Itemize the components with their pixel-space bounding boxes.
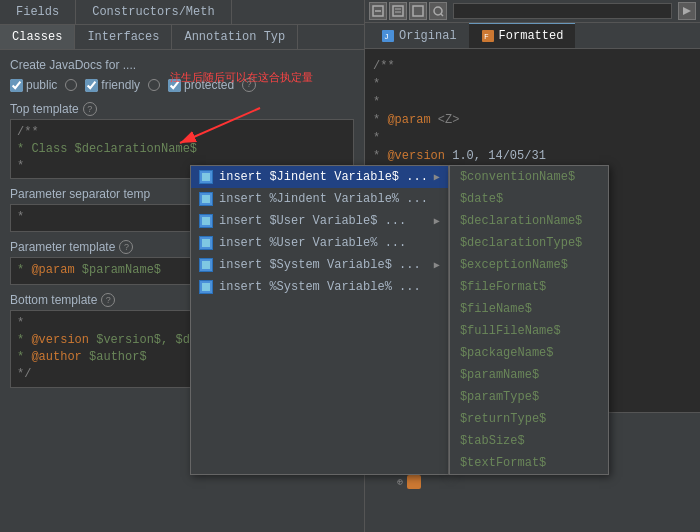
submenu-item-10[interactable]: $paramName$ bbox=[450, 364, 608, 386]
submenu-item-8[interactable]: $fullFileName$ bbox=[450, 320, 608, 342]
checkboxes-row: public friendly protected ? bbox=[10, 78, 354, 92]
tab-fields[interactable]: Fields bbox=[0, 0, 76, 24]
svg-rect-7 bbox=[413, 6, 423, 16]
tab-original-label: Original bbox=[399, 29, 457, 43]
dropdown-overlay: insert $Jindent Variable$ ... ▶ insert %… bbox=[190, 165, 609, 475]
tab-annotation-type[interactable]: Annotation Typ bbox=[172, 25, 298, 49]
dropdown-label-6: insert %System Variable% ... bbox=[219, 280, 421, 294]
dropdown-item-4[interactable]: insert %User Variable% ... bbox=[191, 232, 448, 254]
checkbox-protected[interactable]: protected bbox=[168, 78, 234, 92]
dropdown-label-4: insert %User Variable% ... bbox=[219, 236, 406, 250]
code-line-5: * bbox=[373, 129, 692, 147]
bottom-template-help-icon[interactable]: ? bbox=[101, 293, 115, 307]
section-title: Create JavaDocs for .... bbox=[10, 58, 354, 72]
help-icon[interactable]: ? bbox=[242, 78, 256, 92]
checkbox-protected-input[interactable] bbox=[168, 79, 181, 92]
top-template-help-icon[interactable]: ? bbox=[83, 102, 97, 116]
checkbox-public-label: public bbox=[26, 78, 57, 92]
dropdown-item-5[interactable]: insert $System Variable$ ... ▶ bbox=[191, 254, 448, 276]
submenu-item-13[interactable]: $tabSize$ bbox=[450, 430, 608, 452]
checkbox-protected-label: protected bbox=[184, 78, 234, 92]
svg-line-9 bbox=[441, 14, 443, 16]
svg-marker-10 bbox=[683, 7, 691, 15]
code-line-6: * @version 1.0, 14/05/31 bbox=[373, 147, 692, 165]
dropdown-item-6[interactable]: insert %System Variable% ... bbox=[191, 276, 448, 298]
menu-icon-5 bbox=[199, 258, 213, 272]
submenu-item-3[interactable]: $declarationName$ bbox=[450, 210, 608, 232]
top-template-label-text: Top template bbox=[10, 102, 79, 116]
submenu-item-11[interactable]: $paramType$ bbox=[450, 386, 608, 408]
submenu: $conventionName$ $date$ $declarationName… bbox=[449, 165, 609, 475]
submenu-item-12[interactable]: $returnType$ bbox=[450, 408, 608, 430]
dropdown-item-2[interactable]: insert %Jindent Variable% ... bbox=[191, 188, 448, 210]
submenu-item-5[interactable]: $exceptionName$ bbox=[450, 254, 608, 276]
param-sep-label-text: Parameter separator temp bbox=[10, 187, 150, 201]
submenu-item-14[interactable]: $textFormat$ bbox=[450, 452, 608, 474]
tab-interfaces[interactable]: Interfaces bbox=[75, 25, 172, 49]
submenu-item-7[interactable]: $fileName$ bbox=[450, 298, 608, 320]
tree-icon-orange-2 bbox=[407, 475, 421, 489]
checkbox-public-input[interactable] bbox=[10, 79, 23, 92]
dropdown-menu: insert $Jindent Variable$ ... ▶ insert %… bbox=[190, 165, 449, 475]
toolbar-btn-1[interactable] bbox=[369, 2, 387, 20]
dropdown-label-2: insert %Jindent Variable% ... bbox=[219, 192, 428, 206]
error-icon-2: ⊕ bbox=[397, 476, 403, 488]
code-line-2: * bbox=[373, 75, 692, 93]
dropdown-label-5: insert $System Variable$ ... bbox=[219, 258, 421, 272]
bottom-template-label-text: Bottom template bbox=[10, 293, 97, 307]
submenu-item-2[interactable]: $date$ bbox=[450, 188, 608, 210]
second-tabs: Classes Interfaces Annotation Typ bbox=[0, 25, 364, 50]
param-template-help-icon[interactable]: ? bbox=[119, 240, 133, 254]
top-template-label: Top template ? bbox=[10, 102, 354, 116]
top-tabs: Fields Constructors/Meth bbox=[0, 0, 364, 25]
menu-icon-4 bbox=[199, 236, 213, 250]
radio-dot-2 bbox=[148, 79, 160, 91]
search-bar[interactable] bbox=[453, 3, 672, 19]
toolbar-btn-2[interactable] bbox=[389, 2, 407, 20]
tab-formatted-label: Formatted bbox=[499, 29, 564, 43]
toolbar-btn-3[interactable] bbox=[409, 2, 427, 20]
checkbox-friendly[interactable]: friendly bbox=[85, 78, 140, 92]
svg-text:F: F bbox=[484, 32, 489, 41]
dropdown-item-3[interactable]: insert $User Variable$ ... ▶ bbox=[191, 210, 448, 232]
submenu-item-6[interactable]: $fileFormat$ bbox=[450, 276, 608, 298]
toolbar-btn-5[interactable] bbox=[678, 2, 696, 20]
menu-icon-1 bbox=[199, 170, 213, 184]
menu-icon-6 bbox=[199, 280, 213, 294]
menu-icon-2 bbox=[199, 192, 213, 206]
tab-formatted[interactable]: F Formatted bbox=[469, 23, 576, 48]
svg-rect-4 bbox=[393, 6, 403, 16]
toolbar bbox=[365, 0, 700, 23]
param-template-label-text: Parameter template bbox=[10, 240, 115, 254]
svg-text:J: J bbox=[384, 32, 389, 41]
top-template-line2: * Class $declarationName$ bbox=[17, 141, 347, 158]
arrow-right-1: ▶ bbox=[434, 171, 440, 183]
checkbox-public[interactable]: public bbox=[10, 78, 57, 92]
dropdown-label-1: insert $Jindent Variable$ ... bbox=[219, 170, 428, 184]
tab-constructors[interactable]: Constructors/Meth bbox=[76, 0, 231, 24]
menu-icon-3 bbox=[199, 214, 213, 228]
dropdown-item-1[interactable]: insert $Jindent Variable$ ... ▶ bbox=[191, 166, 448, 188]
checkbox-friendly-label: friendly bbox=[101, 78, 140, 92]
code-line-1: /** bbox=[373, 57, 692, 75]
tab-original[interactable]: J Original bbox=[369, 23, 469, 48]
radio-dot-1 bbox=[65, 79, 77, 91]
arrow-right-5: ▶ bbox=[434, 259, 440, 271]
submenu-item-1[interactable]: $conventionName$ bbox=[450, 166, 608, 188]
tab-classes[interactable]: Classes bbox=[0, 25, 75, 49]
svg-point-8 bbox=[434, 7, 442, 15]
tree-item-4: ⊕ bbox=[369, 473, 496, 491]
right-tabs: J Original F Formatted bbox=[365, 23, 700, 49]
submenu-item-4[interactable]: $declarationType$ bbox=[450, 232, 608, 254]
top-template-line1: /** bbox=[17, 124, 347, 141]
arrow-right-3: ▶ bbox=[434, 215, 440, 227]
dropdown-label-3: insert $User Variable$ ... bbox=[219, 214, 406, 228]
code-line-4: * @param <Z> bbox=[373, 111, 692, 129]
checkbox-friendly-input[interactable] bbox=[85, 79, 98, 92]
toolbar-btn-4[interactable] bbox=[429, 2, 447, 20]
submenu-item-9[interactable]: $packageName$ bbox=[450, 342, 608, 364]
code-line-3: * bbox=[373, 93, 692, 111]
